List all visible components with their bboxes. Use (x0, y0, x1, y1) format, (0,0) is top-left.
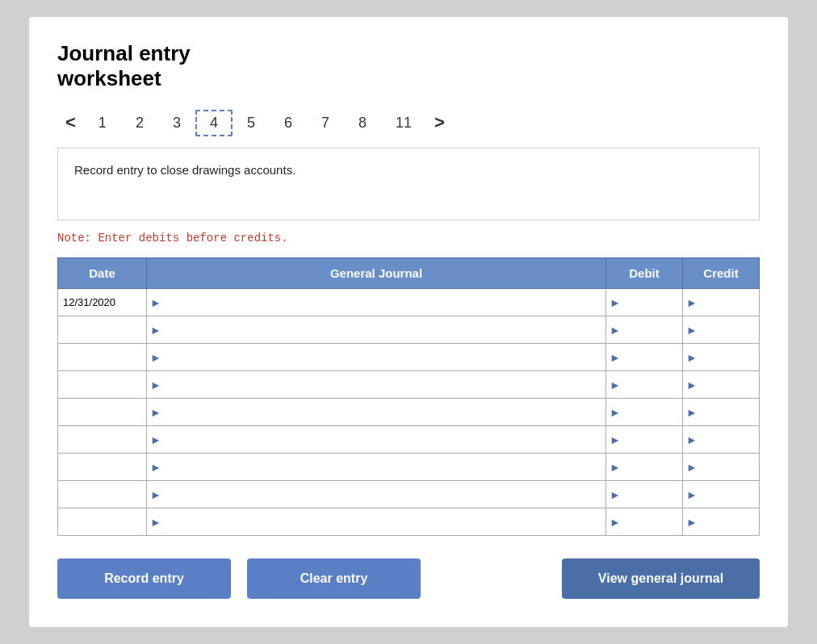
debit-input-7[interactable] (624, 459, 679, 475)
credit-input-5[interactable] (701, 404, 756, 420)
arrow-credit-6: ► (686, 433, 698, 446)
credit-cell-1[interactable]: ► (683, 289, 760, 316)
debit-cell-1[interactable]: ► (606, 289, 683, 316)
page-11[interactable]: 11 (381, 110, 426, 136)
page-2[interactable]: 2 (121, 110, 158, 136)
credit-input-6[interactable] (701, 432, 756, 448)
credit-cell-8[interactable]: ► (683, 481, 760, 508)
prev-button[interactable]: < (57, 109, 84, 136)
debit-input-6[interactable] (624, 432, 679, 448)
journal-input-6[interactable] (165, 432, 602, 448)
debit-cell-7[interactable]: ► (606, 454, 683, 481)
page-4[interactable]: 4 (195, 110, 233, 136)
arrow-debit-3: ► (610, 351, 621, 364)
journal-input-9[interactable] (165, 514, 602, 530)
debit-input-3[interactable] (624, 349, 679, 366)
header-credit: Credit (683, 258, 760, 289)
journal-cell-5[interactable]: ► (147, 399, 606, 426)
debit-cell-8[interactable]: ► (606, 481, 683, 508)
journal-cell-2[interactable]: ► (147, 316, 606, 344)
instruction-box: Record entry to close drawings accounts. (57, 148, 760, 220)
journal-cell-8[interactable]: ► (147, 481, 606, 508)
journal-input-5[interactable] (165, 404, 602, 420)
journal-cell-7[interactable]: ► (147, 454, 606, 481)
journal-cell-3[interactable]: ► (147, 344, 606, 371)
pagination: < 1 2 3 4 5 6 7 8 11 > (57, 109, 760, 136)
debit-cell-2[interactable]: ► (606, 316, 683, 344)
journal-input-3[interactable] (165, 349, 602, 366)
date-cell-5[interactable] (58, 399, 147, 426)
arrow-credit-8: ► (686, 488, 698, 501)
record-entry-button[interactable]: Record entry (57, 558, 231, 599)
credit-input-4[interactable] (701, 377, 756, 393)
debit-input-1[interactable] (624, 295, 679, 311)
note-text: Note: Enter debits before credits. (57, 232, 760, 245)
arrow-journal-9: ► (150, 516, 161, 529)
table-row: ► ► ► (58, 481, 760, 508)
debit-input-4[interactable] (624, 377, 679, 393)
journal-input-1[interactable] (165, 295, 602, 311)
credit-input-8[interactable] (701, 487, 756, 503)
journal-cell-6[interactable]: ► (147, 426, 606, 454)
page-title: Journal entry worksheet (57, 41, 760, 91)
page-7[interactable]: 7 (307, 110, 344, 136)
date-cell-7[interactable] (58, 454, 147, 481)
arrow-credit-3: ► (686, 351, 698, 364)
debit-input-8[interactable] (624, 487, 679, 503)
table-row: ► ► ► (58, 316, 760, 344)
journal-input-7[interactable] (165, 459, 602, 475)
credit-cell-5[interactable]: ► (683, 399, 760, 426)
credit-input-9[interactable] (701, 514, 756, 530)
debit-cell-6[interactable]: ► (606, 426, 683, 454)
credit-cell-2[interactable]: ► (683, 316, 760, 344)
journal-cell-9[interactable]: ► (147, 508, 606, 536)
credit-cell-4[interactable]: ► (683, 371, 760, 399)
journal-cell-4[interactable]: ► (147, 371, 606, 399)
arrow-debit-8: ► (610, 488, 621, 501)
arrow-journal-4: ► (150, 378, 161, 391)
debit-cell-5[interactable]: ► (606, 399, 683, 426)
next-button[interactable]: > (426, 109, 453, 136)
date-cell-2[interactable] (58, 316, 147, 344)
credit-cell-9[interactable]: ► (683, 508, 760, 536)
date-cell-4[interactable] (58, 371, 147, 399)
credit-input-7[interactable] (701, 459, 756, 475)
credit-input-3[interactable] (701, 349, 756, 366)
table-row: 12/31/2020 ► ► ► (58, 289, 760, 316)
credit-cell-3[interactable]: ► (683, 344, 760, 371)
table-row: ► ► ► (58, 371, 760, 399)
credit-input-2[interactable] (701, 322, 756, 338)
debit-cell-9[interactable]: ► (606, 508, 683, 536)
table-row: ► ► ► (58, 426, 760, 454)
view-general-journal-button[interactable]: View general journal (562, 558, 760, 599)
date-cell-3[interactable] (58, 344, 147, 371)
clear-entry-button[interactable]: Clear entry (247, 558, 421, 599)
date-cell-8[interactable] (58, 481, 147, 508)
date-cell-6[interactable] (58, 426, 147, 454)
date-cell-1[interactable]: 12/31/2020 (58, 289, 147, 316)
date-cell-9[interactable] (58, 508, 147, 536)
debit-input-9[interactable] (624, 514, 679, 530)
arrow-journal-1: ► (150, 296, 161, 309)
page-6[interactable]: 6 (270, 110, 307, 136)
page-1[interactable]: 1 (84, 110, 121, 136)
journal-input-2[interactable] (165, 322, 602, 338)
debit-cell-3[interactable]: ► (606, 344, 683, 371)
journal-input-4[interactable] (165, 377, 602, 393)
main-card: Journal entry worksheet < 1 2 3 4 5 6 7 … (29, 17, 788, 627)
buttons-row: Record entry Clear entry View general jo… (57, 558, 760, 599)
debit-input-5[interactable] (624, 404, 679, 420)
page-8[interactable]: 8 (344, 110, 381, 136)
credit-cell-6[interactable]: ► (683, 426, 760, 454)
header-journal: General Journal (147, 258, 606, 289)
page-5[interactable]: 5 (233, 110, 270, 136)
credit-cell-7[interactable]: ► (683, 454, 760, 481)
debit-input-2[interactable] (624, 322, 679, 338)
journal-cell-1[interactable]: ► (147, 289, 606, 316)
debit-cell-4[interactable]: ► (606, 371, 683, 399)
arrow-journal-5: ► (150, 406, 161, 419)
header-date: Date (58, 258, 147, 289)
credit-input-1[interactable] (701, 295, 756, 311)
journal-input-8[interactable] (165, 487, 602, 503)
page-3[interactable]: 3 (158, 110, 195, 136)
